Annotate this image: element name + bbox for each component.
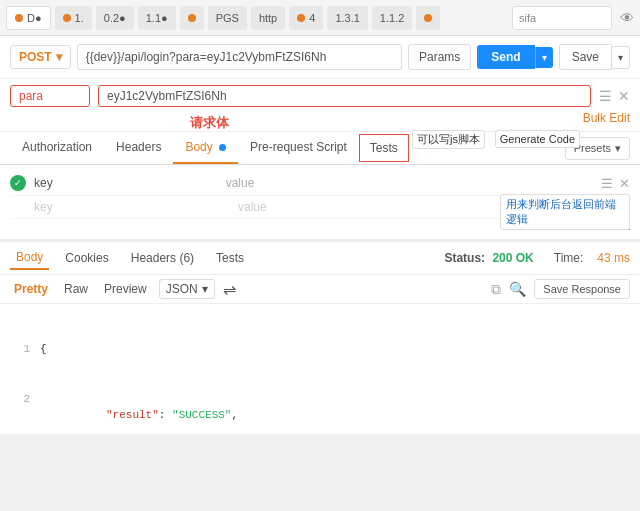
save-button[interactable]: Save (559, 44, 612, 70)
tab-authorization[interactable]: Authorization (10, 132, 104, 164)
header-value-1[interactable]: value (226, 176, 593, 190)
wrap-icon[interactable]: ⇌ (223, 280, 236, 299)
send-dropdown-button[interactable]: ▾ (535, 47, 553, 68)
headers-bulk-edit-row: Bulk Edit (10, 219, 630, 233)
format-preview[interactable]: Preview (100, 280, 151, 298)
tab-body[interactable]: Body (173, 132, 238, 164)
method-label: POST (19, 50, 52, 64)
tab-headers[interactable]: Headers (104, 132, 173, 164)
send-button[interactable]: Send (477, 45, 534, 69)
res-tab-headers[interactable]: Headers (6) (125, 247, 200, 269)
tab-11[interactable]: 1.1● (138, 6, 176, 30)
dot-orange (15, 14, 23, 22)
json-label: JSON (166, 282, 198, 296)
send-group: Send ▾ (477, 45, 552, 69)
format-raw[interactable]: Raw (60, 280, 92, 298)
request-bar: POST ▾ Params Send ▾ Save ▾ (0, 36, 640, 79)
tabs-bar: Authorization Headers Body Pre-request S… (0, 132, 640, 165)
search-text: sifa (519, 12, 536, 24)
status-badge: Status: 200 OK (444, 251, 533, 265)
res-tab-tests[interactable]: Tests (210, 247, 250, 269)
url-input[interactable] (77, 44, 402, 70)
tab-http[interactable]: http (251, 6, 285, 30)
header-key-1[interactable]: key (34, 176, 218, 190)
tab-http-label: http (259, 12, 277, 24)
tab-pgs[interactable]: PGS (208, 6, 247, 30)
tab-1-label: 1. (75, 12, 84, 24)
method-select[interactable]: POST ▾ (10, 45, 71, 69)
save-dropdown-button[interactable]: ▾ (612, 46, 630, 69)
params-button[interactable]: Params (408, 44, 471, 70)
dot-tab (188, 14, 196, 22)
tab-4[interactable]: 4 (289, 6, 323, 30)
status-value: 200 OK (492, 251, 533, 265)
tabs-section: Authorization Headers Body Pre-request S… (0, 132, 640, 165)
save-response-button[interactable]: Save Response (534, 279, 630, 299)
response-tabs-bar: Body Cookies Headers (6) Tests Status: 2… (0, 242, 640, 275)
params-row: para eyJ1c2VybmFtZSI6Nh ☰ ✕ (10, 85, 630, 107)
header-value-2[interactable]: value (238, 200, 630, 214)
filter-icon: ☰ (599, 88, 612, 104)
body-toolbar: Pretty Raw Preview JSON ▾ ⇌ ⧉ 🔍 Save Res… (0, 275, 640, 304)
tab-body-label: Body (185, 140, 212, 154)
body-icons: ⧉ 🔍 (491, 281, 526, 298)
dot-tab2 (424, 14, 432, 22)
headers-bulk-edit-button[interactable]: Bulk Edit (583, 219, 630, 233)
time-label: Time: (554, 251, 584, 265)
json-chevron: ▾ (202, 282, 208, 296)
line-num-2: 2 (10, 391, 30, 408)
header-row-1: ✓ key value ☰ ✕ (10, 171, 630, 196)
tab-112[interactable]: 1.1.2 (372, 6, 412, 30)
header-row-2: key value (10, 196, 630, 219)
param-icons: ☰ ✕ (599, 88, 630, 104)
line-content-1: { (40, 341, 47, 358)
close-icon[interactable]: ✕ (618, 88, 630, 104)
save-group: Save ▾ (559, 44, 630, 70)
method-chevron: ▾ (56, 50, 62, 64)
filter-icon-1: ☰ (601, 176, 613, 191)
tab-11-label: 1.1● (146, 12, 168, 24)
params-section: para eyJ1c2VybmFtZSI6Nh ☰ ✕ Bulk Edit (0, 79, 640, 132)
json-format-select[interactable]: JSON ▾ (159, 279, 215, 299)
tab-d-label: D● (27, 12, 42, 24)
presets-group: Presets ▾ (565, 137, 630, 160)
code-line-2: 2 "result": "SUCCESS", (10, 391, 630, 435)
header-key-2[interactable]: key (34, 200, 230, 214)
close-icon-1[interactable]: ✕ (619, 176, 630, 191)
time-value: 43 ms (597, 251, 630, 265)
bulk-edit-button[interactable]: Bulk Edit (583, 111, 630, 125)
line-num-1: 1 (10, 341, 30, 358)
tab-02[interactable]: 0.2● (96, 6, 134, 30)
check-icon: ✓ (10, 175, 26, 191)
dot-1 (63, 14, 71, 22)
tab-tests[interactable]: Tests (359, 134, 409, 162)
status-label: Status: (444, 251, 485, 265)
tab-dot2[interactable] (416, 6, 440, 30)
visibility-icon[interactable]: 👁 (620, 10, 634, 26)
code-line-1: 1 { (10, 341, 630, 358)
top-tab-bar: D● 1. 0.2● 1.1● PGS http 4 1.3.1 1.1.2 (0, 0, 640, 36)
copy-icon[interactable]: ⧉ (491, 281, 501, 298)
format-pretty[interactable]: Pretty (10, 280, 52, 298)
bulk-edit-row: Bulk Edit (10, 111, 630, 125)
tab-prerequest[interactable]: Pre-request Script (238, 132, 359, 164)
line-content-2: "result": "SUCCESS", (40, 391, 238, 435)
tab-1[interactable]: 1. (55, 6, 92, 30)
header-icons-1: ☰ ✕ (601, 176, 630, 191)
presets-chevron: ▾ (615, 142, 621, 155)
tab-131[interactable]: 1.3.1 (327, 6, 367, 30)
tab-pgs-label: PGS (216, 12, 239, 24)
search-icon[interactable]: 🔍 (509, 281, 526, 298)
param-value[interactable]: eyJ1c2VybmFtZSI6Nh (98, 85, 591, 107)
res-tab-body[interactable]: Body (10, 246, 49, 270)
tab-d[interactable]: D● (6, 6, 51, 30)
presets-button[interactable]: Presets ▾ (565, 137, 630, 160)
tab-dot[interactable] (180, 6, 204, 30)
res-tab-cookies[interactable]: Cookies (59, 247, 114, 269)
search-box[interactable]: sifa (512, 6, 612, 30)
code-area: 1 { 2 "result": "SUCCESS", 3 "data": "ey… (0, 304, 640, 434)
response-area: Body Cookies Headers (6) Tests Status: 2… (0, 240, 640, 434)
body-badge (219, 144, 226, 151)
param-key[interactable]: para (10, 85, 90, 107)
tab-131-label: 1.3.1 (335, 12, 359, 24)
